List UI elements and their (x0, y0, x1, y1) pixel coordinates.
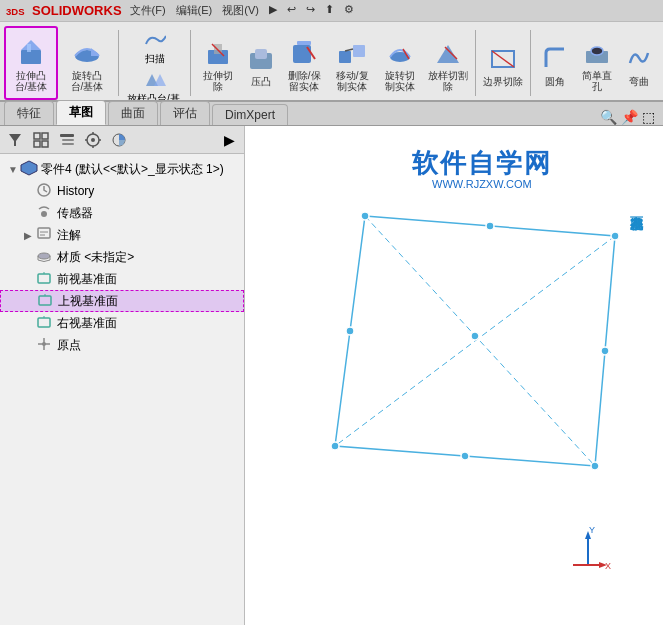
move-copy-button[interactable]: 移动/复制实体 (329, 26, 375, 100)
menu-file[interactable]: 文件(F) (130, 3, 166, 18)
revolve-boss-button[interactable]: 旋转凸台/基体 (60, 26, 114, 100)
tree-root-item[interactable]: ▼ 零件4 (默认<<默认>_显示状态 1>) (0, 158, 244, 180)
tab-surface[interactable]: 曲面 (108, 101, 158, 125)
canvas-resize-left[interactable] (245, 126, 249, 625)
target-icon[interactable] (82, 129, 104, 151)
tree-material-item[interactable]: 材质 <未指定> (0, 246, 244, 268)
chart-icon[interactable] (108, 129, 130, 151)
tree-front-plane-item[interactable]: 前视基准面 (0, 268, 244, 290)
filter-icon[interactable] (4, 129, 26, 151)
sweep-boss-button[interactable]: 扫描 (123, 30, 186, 68)
svg-point-71 (601, 347, 609, 355)
loft-cut-button[interactable]: 放样切割除 (425, 26, 471, 100)
revolve-cut-button[interactable]: 旋转切制实体 (377, 26, 423, 100)
boundary-cut-label: 边界切除 (483, 76, 523, 87)
cut-extrude-label: 拉伸切除 (203, 70, 233, 92)
root-label: 零件4 (默认<<默认>_显示状态 1>) (41, 161, 224, 178)
sweep-boss-label: 扫描 (145, 52, 165, 66)
grid-view-icon[interactable] (30, 129, 52, 151)
menu-edit[interactable]: 编辑(E) (176, 3, 213, 18)
svg-rect-53 (38, 274, 50, 283)
menu-view[interactable]: 视图(V) (222, 3, 259, 18)
tree-sensor-item[interactable]: 传感器 (0, 202, 244, 224)
svg-point-50 (38, 253, 50, 259)
svg-point-69 (471, 332, 479, 340)
sweep-boss-icon (144, 32, 166, 52)
svg-point-68 (331, 442, 339, 450)
svg-rect-13 (255, 49, 267, 59)
tree-view-icon[interactable] (56, 129, 78, 151)
redo-button[interactable]: ↪ (306, 3, 315, 18)
simple-hole-label: 简单直孔 (582, 70, 612, 92)
sidebar-tree: ▼ 零件4 (默认<<默认>_显示状态 1>) H (0, 154, 244, 625)
tab-evaluate[interactable]: 评估 (160, 101, 210, 125)
fillet-label: 圆角 (545, 76, 565, 87)
svg-rect-55 (39, 296, 51, 305)
origin-icon (36, 336, 54, 355)
watermark-title: 软件自学网 (412, 146, 552, 181)
emboss-icon (243, 40, 279, 76)
svg-point-72 (461, 452, 469, 460)
history-icon (36, 182, 54, 201)
flex-button[interactable]: 弯曲 (619, 26, 659, 100)
toolbar: 拉伸凸台/基体 旋转凸台/基体 扫描 放样凸台/基体 (0, 22, 663, 102)
flex-label: 弯曲 (629, 76, 649, 87)
tree-top-plane-item[interactable]: 上视基准面 (0, 290, 244, 312)
tab-features[interactable]: 特征 (4, 101, 54, 125)
svg-line-64 (335, 236, 615, 446)
loft-boss-button[interactable]: 放样凸台/基体 (123, 70, 186, 102)
boundary-cut-icon (485, 40, 521, 76)
svg-rect-17 (339, 51, 351, 63)
svg-text:X: X (605, 561, 611, 571)
pin-icon[interactable]: 📌 (621, 109, 638, 125)
tree-annotation-item[interactable]: ▶ 注解 (0, 224, 244, 246)
simple-hole-button[interactable]: 简单直孔 (577, 26, 617, 100)
boss-extrude-button[interactable]: 拉伸凸台/基体 (4, 26, 58, 100)
tabs-row: 特征 草图 曲面 评估 DimXpert 🔍 📌 ⬚ (0, 102, 663, 126)
menu-arrow1[interactable]: ▶ (269, 3, 277, 18)
rebuild-button[interactable]: ⬆ (325, 3, 334, 18)
svg-point-66 (611, 232, 619, 240)
expand-icon[interactable]: ⬚ (642, 109, 655, 125)
svg-rect-32 (34, 141, 40, 147)
emboss-label: 压凸 (251, 76, 271, 87)
tab-sketch[interactable]: 草图 (56, 100, 106, 125)
tree-origin-item[interactable]: 原点 (0, 334, 244, 356)
sidebar: ▶ ▼ 零件4 (默认<<默认>_显示状态 1>) (0, 126, 245, 625)
cut-extrude-button[interactable]: 拉伸切除 (195, 26, 241, 100)
svg-point-70 (486, 222, 494, 230)
annotation-arrow: ▶ (24, 230, 36, 241)
undo-button[interactable]: ↩ (287, 3, 296, 18)
svg-rect-18 (353, 45, 365, 57)
tree-right-plane-item[interactable]: 右视基准面 (0, 312, 244, 334)
front-plane-label: 前视基准面 (57, 271, 117, 288)
svg-rect-33 (42, 141, 48, 147)
annotation-icon (36, 226, 54, 245)
loft-cut-label: 放样切割除 (428, 70, 468, 92)
fillet-button[interactable]: 圆角 (535, 26, 575, 100)
revolve-boss-label: 旋转凸台/基体 (71, 70, 104, 92)
watermark-subtitle: WWW.RJZXW.COM (432, 178, 532, 190)
menu-bar: 文件(F) 编辑(E) 视图(V) ▶ ↩ ↪ ⬆ ⚙ (130, 3, 354, 18)
top-plane-icon (37, 292, 55, 311)
svg-rect-1 (21, 50, 41, 64)
tab-dimxpert[interactable]: DimXpert (212, 104, 288, 125)
sidebar-toolbar: ▶ (0, 126, 244, 154)
svg-line-25 (492, 51, 514, 67)
front-plane-icon (36, 270, 54, 289)
delete-body-button[interactable]: 删除/保留实体 (281, 26, 327, 100)
fillet-icon (537, 40, 573, 76)
boundary-cut-button[interactable]: 边界切除 (480, 26, 526, 100)
svg-point-65 (361, 212, 369, 220)
svg-rect-35 (62, 139, 74, 141)
svg-rect-31 (42, 133, 48, 139)
tree-history-item[interactable]: History (0, 180, 244, 202)
settings-icon[interactable]: ⚙ (344, 3, 354, 18)
sensor-label: 传感器 (57, 205, 93, 222)
right-plane-icon (36, 314, 54, 333)
app-logo: 3DS SOLIDWORKS (6, 3, 122, 18)
emboss-button[interactable]: 压凸 (243, 26, 279, 100)
expand-arrow-icon[interactable]: ▶ (218, 129, 240, 151)
search-icon[interactable]: 🔍 (600, 109, 617, 125)
svg-text:3DS: 3DS (6, 5, 25, 16)
